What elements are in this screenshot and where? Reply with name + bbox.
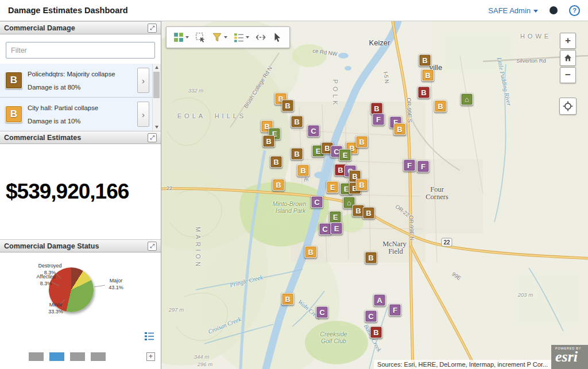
zoom-in-button[interactable]: +: [560, 33, 576, 49]
chevron-down-icon: [246, 36, 249, 38]
page-title: Damage Estimates Dashboard: [8, 6, 128, 15]
select-tool-button[interactable]: [195, 32, 206, 42]
map-marker[interactable]: E: [327, 181, 339, 193]
map-marker[interactable]: E: [330, 211, 342, 223]
map-marker[interactable]: F: [389, 304, 401, 316]
map-canvas[interactable]: KeizervilleHOWESilverton RdPOLKEOLA HILL…: [161, 21, 588, 369]
map-marker[interactable]: B: [291, 148, 303, 160]
map-marker[interactable]: E: [339, 149, 351, 161]
chevron-right-icon[interactable]: ›: [137, 102, 149, 127]
status-dot-icon: [550, 6, 558, 14]
map-marker[interactable]: B: [263, 135, 275, 147]
damage-list: BPolicehdqtrs: Majority collapseDamage i…: [0, 64, 161, 131]
map-marker[interactable]: B: [356, 136, 368, 148]
scrollbar[interactable]: [152, 64, 161, 131]
map-marker[interactable]: ⌂: [461, 94, 473, 106]
map-marker[interactable]: E: [331, 223, 343, 235]
commercial-damage-panel-header: Commercial Damage ⤢: [0, 21, 161, 34]
list-item-title: City hall: Partial collapse: [28, 104, 136, 111]
map-marker[interactable]: B: [435, 100, 447, 112]
map-marker[interactable]: B: [273, 179, 285, 191]
map-marker[interactable]: F: [373, 114, 385, 126]
map-marker[interactable]: B: [270, 156, 283, 168]
damage-type-icon: B: [5, 106, 22, 123]
scrollbar-thumb[interactable]: [153, 72, 160, 98]
map-marker[interactable]: C: [319, 223, 331, 235]
map-marker[interactable]: A: [374, 294, 386, 306]
commercial-estimates-panel-header: Commercial Estimates ⤢: [0, 131, 161, 144]
page-indicator[interactable]: [29, 352, 44, 361]
chevron-down-icon: [185, 36, 189, 38]
chevron-down-icon: [224, 36, 227, 38]
map-marker[interactable]: C: [311, 196, 323, 208]
measure-arrows-icon: [256, 32, 266, 42]
map-marker[interactable]: F: [417, 161, 430, 173]
scroll-down-icon[interactable]: [153, 123, 161, 131]
map-marker[interactable]: B: [291, 116, 303, 128]
map-marker[interactable]: B: [370, 327, 382, 339]
expand-icon[interactable]: ⤢: [148, 24, 157, 33]
list-item[interactable]: BPolicehdqtrs: Majority collapseDamage i…: [0, 64, 161, 98]
locate-crosshair-icon: [563, 101, 573, 111]
map-marker[interactable]: B: [422, 69, 434, 81]
page-indicator[interactable]: [70, 352, 85, 361]
legend-icon[interactable]: [144, 332, 154, 341]
add-panel-button[interactable]: +: [146, 352, 155, 361]
damage-estimates-dashboard: Damage Estimates Dashboard SAFE Admin ? …: [0, 0, 588, 369]
layer-list-icon: [234, 32, 244, 42]
user-menu-label: SAFE Admin: [488, 6, 531, 15]
commercial-damage-status-panel-header: Commercial Damage Status ⤢: [0, 239, 161, 253]
map-marker[interactable]: B: [371, 103, 383, 115]
page-indicator[interactable]: [49, 352, 64, 361]
damage-list-items: BPolicehdqtrs: Majority collapseDamage i…: [0, 64, 161, 131]
map-marker[interactable]: C: [308, 125, 320, 137]
esri-brand: esri: [555, 350, 584, 364]
layer-list-button[interactable]: [234, 32, 249, 42]
map-marker[interactable]: F: [404, 160, 416, 172]
map-marker[interactable]: C: [316, 306, 328, 318]
damage-type-icon: B: [5, 72, 22, 89]
map-marker[interactable]: B: [305, 246, 317, 258]
home-button[interactable]: [560, 50, 576, 66]
map-marker[interactable]: B: [419, 55, 431, 67]
map-toolbar: [166, 26, 290, 48]
measure-tool-button[interactable]: [256, 32, 266, 42]
zoom-out-button[interactable]: −: [560, 67, 576, 83]
map-marker[interactable]: B: [297, 165, 310, 177]
estimate-total-value: $539,920,166: [6, 180, 129, 204]
list-item-text: Policehdqtrs: Majority collapseDamage is…: [28, 70, 136, 91]
map-marker[interactable]: C: [365, 310, 377, 323]
app-header: Damage Estimates Dashboard SAFE Admin ?: [0, 0, 588, 21]
list-item[interactable]: BCity hall: Partial collapseDamage is at…: [0, 98, 161, 131]
map-marker[interactable]: B: [363, 207, 375, 219]
panel-title: Commercial Estimates: [4, 134, 81, 142]
basemap-gallery-button[interactable]: [173, 32, 189, 42]
pager-squares: [29, 352, 106, 361]
map-marker[interactable]: B: [356, 179, 368, 191]
help-button[interactable]: ?: [569, 5, 580, 16]
chevron-right-icon[interactable]: ›: [137, 68, 149, 93]
pointer-tool-button[interactable]: [272, 32, 283, 42]
estimates-body: $539,920,166: [0, 144, 161, 239]
scroll-up-icon[interactable]: [153, 64, 161, 71]
home-icon: [563, 53, 572, 63]
panel-title: Commercial Damage Status: [4, 242, 99, 250]
cursor-icon: [272, 32, 283, 42]
filter-input[interactable]: [6, 42, 155, 59]
pie-callout-affected: Affected 8.3%: [37, 274, 56, 287]
filter-wrap: [0, 34, 161, 64]
expand-icon[interactable]: ⤢: [148, 242, 157, 251]
map-marker[interactable]: B: [394, 123, 406, 135]
map-marker[interactable]: B: [365, 252, 377, 264]
map-marker[interactable]: B: [282, 293, 294, 305]
user-menu-button[interactable]: SAFE Admin: [488, 6, 538, 15]
chevron-down-icon: [533, 10, 538, 13]
select-rectangle-icon: [195, 32, 206, 42]
filter-tool-button[interactable]: [212, 32, 227, 42]
expand-icon[interactable]: ⤢: [148, 133, 157, 142]
basemap-grid-icon: [173, 32, 184, 42]
page-indicator[interactable]: [91, 352, 106, 361]
map-marker[interactable]: B: [282, 100, 294, 112]
map-marker[interactable]: B: [418, 87, 430, 99]
locate-button[interactable]: [559, 98, 577, 115]
